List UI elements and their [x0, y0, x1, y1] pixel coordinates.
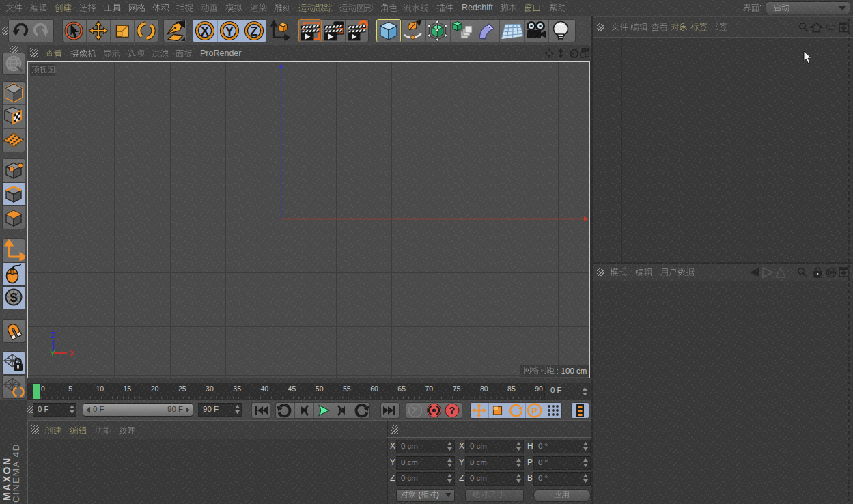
- svg-text:10: 10: [96, 384, 104, 393]
- svg-text:90: 90: [535, 384, 543, 393]
- svg-text:Y: Y: [225, 24, 234, 38]
- svg-text:P: P: [531, 406, 537, 416]
- svg-text:55: 55: [343, 384, 351, 393]
- svg-text:30: 30: [206, 384, 214, 393]
- svg-text:0: 0: [41, 384, 45, 393]
- svg-text:Y: Y: [50, 349, 55, 359]
- svg-text:X: X: [70, 349, 75, 359]
- svg-text:?: ?: [449, 405, 456, 416]
- svg-text:80: 80: [480, 384, 488, 393]
- svg-text:X: X: [201, 24, 210, 38]
- svg-text:25: 25: [178, 384, 186, 393]
- svg-text:Z: Z: [51, 331, 55, 340]
- svg-text:45: 45: [288, 384, 296, 393]
- svg-text:70: 70: [425, 384, 434, 393]
- svg-text:35: 35: [233, 384, 241, 393]
- svg-text:S: S: [10, 291, 18, 305]
- svg-text:Z: Z: [250, 24, 257, 38]
- svg-text:15: 15: [124, 384, 132, 393]
- svg-text:40: 40: [260, 384, 268, 393]
- svg-text:60: 60: [370, 384, 378, 393]
- svg-text:65: 65: [397, 384, 406, 393]
- svg-text:5: 5: [68, 384, 72, 393]
- svg-text:20: 20: [151, 384, 159, 393]
- svg-text:85: 85: [507, 384, 516, 393]
- svg-text:75: 75: [453, 384, 461, 393]
- svg-text:50: 50: [316, 384, 324, 393]
